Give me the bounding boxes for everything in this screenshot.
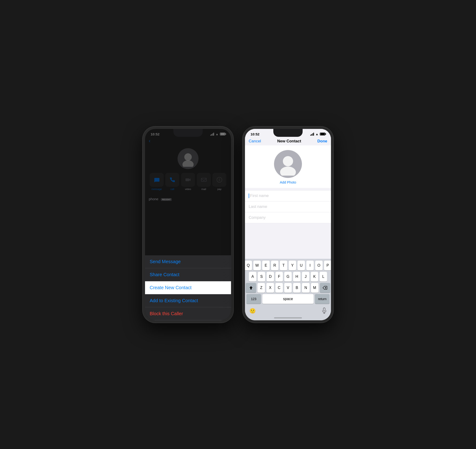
key-o[interactable]: O — [315, 261, 323, 270]
key-l[interactable]: L — [320, 272, 327, 281]
keyboard-row-1: Q W E R T Y U I O P — [246, 261, 330, 270]
text-cursor — [249, 193, 249, 198]
action-sheet: Send Message Share Contact Create New Co… — [145, 255, 231, 320]
key-j[interactable]: J — [302, 272, 309, 281]
send-message-item[interactable]: Send Message — [145, 255, 231, 268]
battery-icon-2 — [320, 133, 325, 135]
phone1-screen: 10:52 ▲ ‹ — [145, 129, 231, 320]
wifi-icon-2: ▲ — [315, 132, 318, 136]
nav-title: New Contact — [277, 139, 301, 144]
signal-icon-2 — [310, 133, 314, 136]
keyboard-bottom-row: 123 space return — [246, 294, 330, 305]
key-k[interactable]: K — [311, 272, 318, 281]
key-t[interactable]: T — [280, 261, 287, 270]
svg-point-7 — [280, 167, 296, 176]
key-u[interactable]: U — [297, 261, 305, 270]
first-name-field[interactable]: First name — [245, 191, 331, 201]
last-name-field[interactable]: Last name — [245, 201, 331, 212]
key-q[interactable]: Q — [244, 261, 252, 270]
add-existing-contact-item[interactable]: Add to Existing Contact — [145, 294, 231, 307]
new-contact-avatar[interactable] — [274, 150, 302, 178]
key-f[interactable]: F — [275, 272, 283, 281]
share-contact-item[interactable]: Share Contact — [145, 268, 231, 281]
key-i[interactable]: I — [306, 261, 314, 270]
status-icons-2: ▲ — [310, 132, 325, 136]
delete-key[interactable] — [320, 283, 330, 293]
last-name-placeholder: Last name — [249, 204, 267, 209]
key-y[interactable]: Y — [289, 261, 296, 270]
key-e[interactable]: E — [262, 261, 270, 270]
phone-1: 10:52 ▲ ‹ — [143, 127, 233, 323]
key-p[interactable]: P — [324, 261, 331, 270]
keyboard: Q W E R T Y U I O P A S D F G H J K — [245, 259, 331, 320]
add-photo-button[interactable]: Add Photo — [280, 180, 296, 184]
key-x[interactable]: X — [266, 283, 274, 293]
key-s[interactable]: S — [258, 272, 265, 281]
svg-rect-8 — [323, 308, 325, 311]
space-key[interactable]: space — [262, 294, 313, 304]
new-contact-nav: Cancel New Contact Done — [245, 137, 331, 146]
key-d[interactable]: D — [266, 272, 274, 281]
block-caller-item[interactable]: Block this Caller — [145, 307, 231, 320]
phone2-screen: 10:52 ▲ Cancel New Contact Done — [245, 129, 331, 320]
key-z[interactable]: Z — [258, 283, 265, 293]
form-section: First name Last name Company — [245, 190, 331, 223]
key-a[interactable]: A — [249, 272, 256, 281]
key-c[interactable]: C — [275, 283, 283, 293]
numbers-key[interactable]: 123 — [246, 294, 261, 304]
done-button[interactable]: Done — [317, 139, 327, 144]
key-g[interactable]: G — [284, 272, 292, 281]
company-placeholder: Company — [249, 215, 266, 220]
svg-point-6 — [283, 156, 293, 166]
key-n[interactable]: N — [302, 283, 309, 293]
key-w[interactable]: W — [253, 261, 261, 270]
photo-section: Add Photo — [245, 146, 331, 188]
mic-button[interactable] — [322, 308, 327, 315]
key-h[interactable]: H — [293, 272, 300, 281]
first-name-placeholder: First name — [250, 193, 269, 198]
key-v[interactable]: V — [284, 283, 292, 293]
status-bar-2: 10:52 ▲ — [245, 129, 331, 137]
key-r[interactable]: R — [271, 261, 278, 270]
company-field[interactable]: Company — [245, 212, 331, 223]
keyboard-row-2: A S D F G H J K L — [246, 272, 330, 281]
key-b[interactable]: B — [293, 283, 300, 293]
emoji-button[interactable]: 🙂 — [249, 308, 256, 314]
shift-key[interactable] — [246, 283, 256, 293]
time-2: 10:52 — [250, 132, 259, 136]
key-m[interactable]: M — [311, 283, 318, 293]
home-indicator-2 — [274, 317, 302, 319]
create-new-contact-item[interactable]: Create New Contact — [145, 281, 231, 294]
keyboard-row-3: Z X C V B N M — [246, 283, 330, 293]
return-key[interactable]: return — [315, 294, 329, 304]
cancel-button[interactable]: Cancel — [249, 139, 261, 144]
phone-2: 10:52 ▲ Cancel New Contact Done — [243, 127, 333, 323]
